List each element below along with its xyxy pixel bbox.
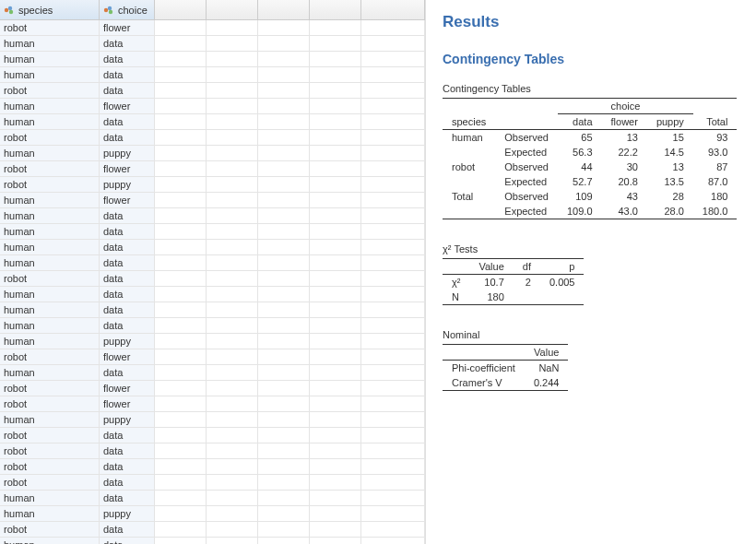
cell-empty[interactable] [155,99,207,113]
cell-choice[interactable]: flower [100,193,155,207]
cell-empty[interactable] [207,255,258,270]
cell-empty[interactable] [155,52,207,66]
cell-empty[interactable] [207,240,258,254]
cell-choice[interactable]: data [100,52,155,66]
cell-empty[interactable] [155,130,207,145]
cell-choice[interactable]: puppy [100,506,155,521]
cell-choice[interactable]: flower [100,20,155,35]
cell-empty[interactable] [310,334,361,349]
cell-empty[interactable] [155,224,207,239]
cell-empty[interactable] [155,381,207,396]
cell-choice[interactable]: puppy [100,412,155,427]
cell-species[interactable]: robot [0,443,100,458]
table-row[interactable]: robotdata [0,83,425,99]
cell-empty[interactable] [310,396,361,411]
table-row[interactable]: humandata [0,318,425,334]
cell-choice[interactable]: data [100,287,155,302]
cell-empty[interactable] [310,459,361,474]
cell-species[interactable]: robot [0,522,100,537]
cell-species[interactable]: robot [0,475,100,490]
cell-empty[interactable] [258,522,310,537]
table-row[interactable]: humandata [0,255,425,271]
cell-species[interactable]: human [0,240,100,254]
cell-empty[interactable] [310,365,361,380]
cell-empty[interactable] [155,208,207,223]
cell-empty[interactable] [361,396,425,411]
cell-empty[interactable] [361,130,425,145]
table-row[interactable]: humandata [0,240,425,255]
column-header-empty[interactable] [310,0,361,19]
cell-empty[interactable] [155,318,207,333]
cell-empty[interactable] [310,522,361,537]
cell-choice[interactable]: data [100,428,155,443]
cell-species[interactable]: human [0,67,100,82]
cell-empty[interactable] [258,538,310,544]
cell-empty[interactable] [361,443,425,458]
cell-empty[interactable] [207,83,258,98]
cell-empty[interactable] [310,287,361,302]
cell-empty[interactable] [361,365,425,380]
table-row[interactable]: robotdata [0,271,425,287]
cell-empty[interactable] [258,146,310,160]
cell-empty[interactable] [310,20,361,35]
table-row[interactable]: humandata [0,67,425,83]
cell-species[interactable]: human [0,193,100,207]
cell-empty[interactable] [155,161,207,176]
cell-empty[interactable] [310,36,361,51]
cell-empty[interactable] [207,99,258,113]
cell-empty[interactable] [361,20,425,35]
cell-empty[interactable] [207,349,258,364]
table-row[interactable]: humanpuppy [0,412,425,428]
cell-empty[interactable] [361,67,425,82]
cell-choice[interactable]: data [100,475,155,490]
table-row[interactable]: robotdata [0,443,425,459]
cell-choice[interactable]: data [100,302,155,317]
cell-empty[interactable] [207,443,258,458]
cell-empty[interactable] [258,83,310,98]
table-row[interactable]: robotflower [0,20,425,36]
cell-empty[interactable] [258,287,310,302]
cell-empty[interactable] [155,522,207,537]
cell-empty[interactable] [258,114,310,129]
cell-empty[interactable] [361,522,425,537]
cell-species[interactable]: human [0,334,100,349]
column-header-species[interactable]: species [0,0,100,19]
cell-species[interactable]: human [0,99,100,113]
cell-empty[interactable] [361,459,425,474]
cell-species[interactable]: human [0,146,100,160]
cell-empty[interactable] [361,177,425,192]
cell-empty[interactable] [361,161,425,176]
cell-empty[interactable] [361,240,425,254]
cell-empty[interactable] [258,443,310,458]
cell-empty[interactable] [207,365,258,380]
cell-empty[interactable] [310,255,361,270]
cell-species[interactable]: human [0,412,100,427]
cell-empty[interactable] [310,224,361,239]
cell-empty[interactable] [258,396,310,411]
cell-species[interactable]: human [0,302,100,317]
cell-empty[interactable] [207,506,258,521]
cell-choice[interactable]: data [100,255,155,270]
cell-empty[interactable] [207,193,258,207]
cell-species[interactable]: human [0,114,100,129]
cell-empty[interactable] [258,99,310,113]
cell-empty[interactable] [207,36,258,51]
cell-empty[interactable] [207,224,258,239]
cell-choice[interactable]: puppy [100,334,155,349]
cell-empty[interactable] [258,318,310,333]
cell-empty[interactable] [155,396,207,411]
cell-empty[interactable] [258,52,310,66]
cell-empty[interactable] [310,146,361,160]
cell-empty[interactable] [207,208,258,223]
data-grid[interactable]: species choice robotflowerhumandatahuman… [0,0,425,544]
cell-empty[interactable] [207,538,258,544]
cell-empty[interactable] [258,161,310,176]
cell-empty[interactable] [258,177,310,192]
cell-choice[interactable]: puppy [100,146,155,160]
cell-empty[interactable] [155,287,207,302]
cell-empty[interactable] [361,318,425,333]
cell-empty[interactable] [155,114,207,129]
cell-empty[interactable] [207,396,258,411]
cell-species[interactable]: robot [0,161,100,176]
column-header-empty[interactable] [258,0,310,19]
